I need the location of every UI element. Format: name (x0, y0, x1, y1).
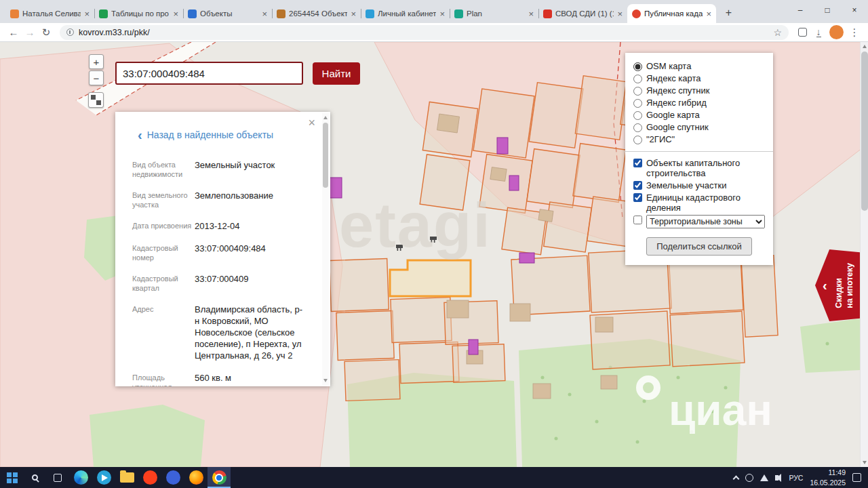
taskbar-app-explorer[interactable] (115, 467, 138, 488)
language-indicator[interactable]: РУС (789, 474, 803, 482)
share-link-button[interactable]: Поделиться ссылкой (646, 237, 752, 256)
task-view-button[interactable] (46, 467, 69, 488)
volume-icon[interactable] (775, 475, 778, 481)
zones-checkbox[interactable] (633, 216, 642, 224)
fullscreen-button[interactable] (88, 92, 104, 108)
bookmark-star-icon[interactable]: ☆ (773, 27, 782, 38)
menu-icon[interactable]: ⋮ (846, 24, 863, 41)
new-tab-button[interactable]: + (720, 4, 737, 21)
tab-1[interactable]: Таблицы по про × (94, 4, 183, 23)
tab-close-icon[interactable]: × (84, 9, 90, 18)
info-field-row: Кадастровый квартал 33:07:000409 (132, 268, 306, 298)
scroll-down-icon[interactable] (323, 379, 328, 382)
scroll-down-icon[interactable] (863, 461, 867, 464)
tab-close-icon[interactable]: × (528, 9, 534, 18)
downloads-icon[interactable]: ↓ (810, 24, 827, 41)
scroll-up-icon[interactable] (863, 45, 867, 48)
overlay-cadastral-units[interactable]: Единицы кадастрового деления (633, 192, 765, 213)
info-field-row: Вид земельного участка Землепользование (132, 184, 306, 215)
base-layer-yandex-map[interactable]: Яндекс карта (633, 73, 765, 84)
site-info-icon[interactable] (66, 28, 74, 36)
scrollbar-thumb[interactable] (861, 52, 868, 211)
tab-3[interactable]: 2654454 Объект × (272, 4, 361, 23)
taskbar-app-firefox[interactable] (184, 467, 208, 488)
clock[interactable]: 11:49 16.05.2025 (810, 468, 846, 487)
tab-0[interactable]: Наталья Селиван × (5, 4, 94, 23)
minimize-button[interactable]: – (787, 0, 814, 20)
tab-close-icon[interactable]: × (617, 9, 623, 18)
page-scrollbar[interactable] (860, 42, 868, 467)
zoom-in-button[interactable]: + (89, 54, 104, 69)
folder-icon (120, 472, 134, 483)
back-link-label: Назад в найденные объекты (147, 129, 273, 140)
reload-icon[interactable]: ↻ (38, 24, 54, 41)
base-layer-osm[interactable]: OSM карта (633, 61, 765, 72)
taskbar-app-telegram[interactable] (92, 467, 115, 488)
tab-6[interactable]: СВОД СДИ (1) (1) × (538, 4, 627, 23)
maximize-button[interactable]: □ (814, 0, 841, 20)
tray-chevron-up-icon[interactable] (733, 475, 740, 482)
profile-avatar[interactable] (829, 25, 844, 39)
base-layer-google-map[interactable]: Google карта (633, 110, 765, 121)
radio-icon[interactable] (633, 62, 642, 71)
tab-favicon (10, 9, 19, 18)
checkbox-icon[interactable] (633, 181, 642, 190)
tab-close-icon[interactable]: × (439, 9, 445, 18)
tab-2[interactable]: Объекты × (183, 4, 272, 23)
ribbon-line1: Скидки (834, 263, 844, 308)
tab-5[interactable]: Plan × (450, 4, 538, 23)
checkbox-icon[interactable] (633, 193, 642, 202)
tab-favicon (366, 9, 374, 18)
url-field[interactable]: kovrov.m33.ru/pkk/ ☆ (60, 25, 789, 40)
tab-close-icon[interactable]: × (351, 9, 356, 18)
url-text[interactable]: kovrov.m33.ru/pkk/ (79, 28, 768, 37)
radio-icon[interactable] (633, 123, 642, 132)
base-layer-google-sat[interactable]: Google спутник (633, 122, 765, 133)
close-button[interactable]: × (841, 0, 868, 20)
wifi-icon[interactable] (760, 474, 768, 481)
cadastral-map-page: etagi циан + − Найти × ‹ Назад в найденн… (0, 42, 868, 467)
extensions-icon[interactable] (794, 24, 810, 41)
edge-icon (74, 470, 88, 485)
base-layer-yandex-sat[interactable]: Яндекс спутник (633, 85, 765, 96)
taskbar-app-edge[interactable] (69, 467, 92, 488)
start-button[interactable] (0, 467, 23, 488)
taskbar-app-yandex[interactable] (138, 467, 161, 488)
find-button[interactable]: Найти (313, 62, 360, 85)
radio-icon[interactable] (633, 111, 642, 120)
zones-select[interactable]: Территориальные зоны (646, 215, 765, 228)
base-layer-yandex-hybrid[interactable]: Яндекс гибрид (633, 98, 765, 108)
taskbar-app-chrome[interactable] (208, 467, 231, 488)
overlay-capital-objects[interactable]: Объекты капитального строительства (633, 158, 765, 178)
tab-close-icon[interactable]: × (173, 9, 178, 18)
checkbox-icon[interactable] (633, 159, 642, 167)
scroll-up-icon[interactable] (323, 116, 328, 119)
tab-close-icon[interactable]: × (706, 9, 711, 18)
back-icon[interactable]: ← (5, 24, 22, 41)
cian-logo-icon (636, 375, 660, 400)
info-field-row: Кадастровый номер 33:07:000409:484 (132, 237, 306, 268)
radio-icon[interactable] (633, 99, 642, 108)
overlay-land-parcels[interactable]: Земельные участки (633, 180, 765, 190)
tab-title: Объекты (200, 9, 258, 18)
radio-icon[interactable] (633, 75, 642, 83)
notification-center-icon[interactable] (852, 473, 861, 482)
back-to-results-link[interactable]: ‹ Назад в найденные объекты (115, 112, 330, 140)
network-globe-icon[interactable] (745, 474, 753, 482)
scrollbar-thumb[interactable] (323, 123, 328, 188)
tab-close-icon[interactable]: × (262, 9, 267, 18)
tray-date: 16.05.2025 (810, 478, 846, 487)
tab-4[interactable]: Личный кабинет × (361, 4, 450, 23)
taskbar-search[interactable] (23, 467, 46, 488)
tab-favicon (99, 9, 108, 18)
tab-7-active[interactable]: Публичная кадас × (627, 4, 716, 23)
base-layer-2gis[interactable]: "2ГИС" (633, 134, 765, 145)
radio-icon[interactable] (633, 87, 642, 96)
forward-icon[interactable]: → (22, 24, 38, 41)
panel-close-icon[interactable]: × (308, 116, 315, 130)
taskbar-app-blue[interactable] (161, 467, 184, 488)
zoom-out-button[interactable]: − (89, 70, 104, 85)
panel-scrollbar[interactable] (322, 113, 329, 385)
search-input[interactable] (115, 62, 303, 85)
radio-icon[interactable] (633, 136, 642, 144)
